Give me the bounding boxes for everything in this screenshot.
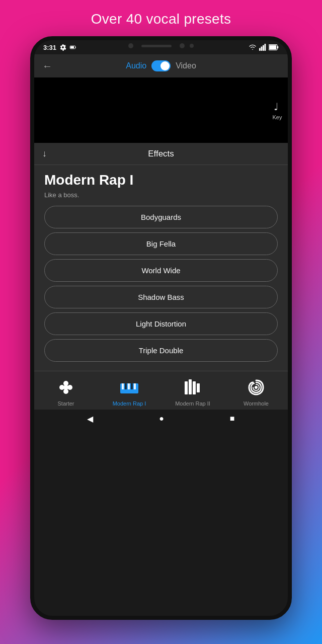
nav-item-modern-rap-ii[interactable]: Modern Rap II	[173, 376, 213, 407]
svg-text:♩: ♩	[274, 101, 278, 112]
key-label: Key	[273, 114, 282, 120]
effects-title: Effects	[148, 149, 174, 159]
clock: 3:31	[43, 44, 56, 51]
key-icon: ♩	[272, 100, 283, 113]
battery-status-icon	[269, 44, 279, 50]
svg-rect-20	[131, 383, 133, 389]
sensor-dot	[190, 44, 194, 48]
svg-rect-23	[189, 379, 192, 394]
tagline: Over 40 vocal presets	[81, 0, 242, 36]
camera-dot-2	[180, 43, 185, 48]
svg-rect-24	[193, 381, 196, 394]
effect-world-wide[interactable]: World Wide	[44, 259, 278, 282]
audio-tab[interactable]: Audio	[126, 61, 146, 70]
preset-content: Modern Rap I Like a boss. Bodyguards Big…	[34, 165, 288, 371]
svg-point-15	[63, 385, 68, 390]
wormhole-icon	[245, 376, 267, 398]
nav-items-row: Starter Modern Rap I	[34, 376, 288, 407]
status-right	[249, 44, 279, 51]
back-system-button[interactable]: ◀	[87, 414, 93, 424]
svg-rect-18	[125, 383, 127, 389]
wormhole-label: Wormhole	[244, 400, 269, 407]
modern-rap-ii-icon	[182, 376, 204, 398]
phone-device: 3:31	[30, 36, 292, 620]
collapse-icon[interactable]: ↓	[42, 148, 47, 159]
video-tab[interactable]: Video	[176, 61, 196, 70]
effect-bodyguards[interactable]: Bodyguards	[44, 206, 278, 228]
svg-rect-3	[259, 48, 261, 51]
svg-rect-19	[128, 383, 130, 389]
settings-icon	[59, 44, 66, 51]
system-nav: ◀ ● ■	[34, 410, 288, 428]
svg-rect-5	[263, 45, 264, 51]
key-button[interactable]: ♩ Key	[272, 100, 283, 120]
preset-name: Modern Rap I	[44, 172, 278, 188]
audio-video-toggle[interactable]: Audio Video	[126, 60, 196, 71]
back-button[interactable]: ←	[42, 60, 52, 72]
camera-dot-1	[128, 43, 133, 48]
svg-rect-4	[261, 47, 263, 51]
effect-big-fella[interactable]: Big Fella	[44, 232, 278, 255]
camera-notch	[128, 43, 194, 48]
modern-rap-ii-label: Modern Rap II	[175, 400, 210, 407]
svg-rect-22	[185, 381, 188, 394]
svg-rect-25	[197, 383, 200, 392]
video-preview: ♩ Key	[34, 77, 288, 143]
starter-icon	[55, 376, 77, 398]
svg-rect-21	[134, 383, 136, 389]
nav-item-starter[interactable]: Starter	[46, 376, 86, 407]
modern-rap-i-label: Modern Rap I	[113, 400, 146, 407]
effect-shadow-bass[interactable]: Shadow Bass	[44, 286, 278, 308]
svg-rect-2	[75, 47, 76, 48]
svg-rect-6	[265, 44, 266, 51]
preset-description: Like a boss.	[44, 191, 278, 199]
wifi-icon	[249, 44, 257, 51]
svg-rect-17	[122, 383, 124, 389]
nav-item-modern-rap-i[interactable]: Modern Rap I	[109, 376, 149, 407]
effects-header: ↓ Effects	[34, 143, 288, 165]
toggle-switch[interactable]	[151, 60, 171, 71]
speaker-bar	[141, 45, 172, 47]
modern-rap-i-icon	[118, 376, 140, 398]
battery-icon	[69, 44, 76, 51]
starter-label: Starter	[57, 400, 74, 407]
signal-icon	[259, 44, 266, 51]
recents-button[interactable]: ■	[230, 414, 235, 423]
toggle-knob	[160, 61, 170, 70]
svg-rect-8	[269, 45, 276, 49]
bottom-nav: Starter Modern Rap I	[34, 371, 288, 410]
status-left: 3:31	[43, 44, 76, 51]
svg-rect-9	[277, 46, 278, 49]
app-header: ← Audio Video	[34, 54, 288, 77]
effect-light-distortion[interactable]: Light Distortion	[44, 312, 278, 335]
svg-rect-1	[70, 46, 74, 48]
home-button[interactable]: ●	[159, 414, 164, 423]
nav-item-wormhole[interactable]: Wormhole	[236, 376, 276, 407]
effect-triple-double[interactable]: Triple Double	[44, 339, 278, 362]
svg-point-26	[255, 386, 258, 389]
